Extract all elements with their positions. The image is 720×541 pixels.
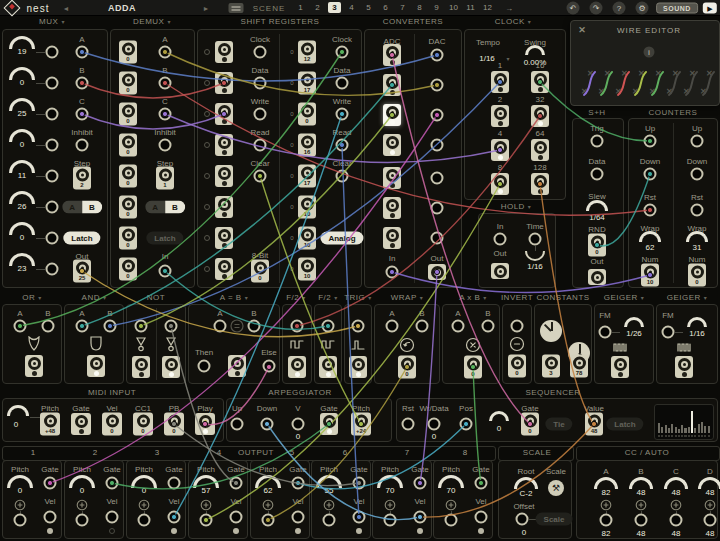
aeb-b-jack[interactable] (248, 320, 261, 333)
demux-output-jack-7[interactable]: 0 (119, 227, 137, 250)
seq-step-bar-15[interactable] (704, 426, 706, 433)
arp-pitch-jack[interactable]: +24 (351, 413, 371, 436)
mux-knob-value[interactable]: 26 (18, 202, 27, 211)
scene-tab-9[interactable]: 9 (428, 3, 445, 12)
demux-output-jack-4[interactable]: 0 (119, 134, 137, 157)
shift-left-bit-jack-3[interactable] (215, 103, 233, 125)
demux-header[interactable]: DEMUX▾ (133, 17, 171, 26)
output-channel-number-8[interactable]: 8 (463, 448, 467, 457)
seq-step-bar-16[interactable] (708, 426, 710, 433)
wire-editor-close-button[interactable]: ✕ (578, 25, 586, 35)
preset-next-button[interactable]: ► (203, 5, 210, 12)
seq-step-bar-8[interactable] (681, 425, 683, 433)
shift-8bit-jack[interactable]: 0 (251, 260, 269, 283)
out2-vel-jack[interactable] (106, 511, 119, 524)
aeb-out-jack[interactable] (228, 355, 246, 377)
wire-slot-2[interactable]: ✕ ✕ (598, 69, 614, 99)
shift-left-bit-jack-5[interactable] (215, 165, 233, 187)
demux-b-jack[interactable] (159, 77, 172, 90)
shift-left-write-jack[interactable] (254, 108, 267, 121)
wrap-b-jack[interactable] (416, 320, 429, 333)
scene-tab-12[interactable]: 12 (479, 3, 496, 12)
geiger1-rate-value[interactable]: 1/26 (626, 329, 642, 338)
arp-v-jack[interactable] (292, 418, 305, 431)
wire-slot-7[interactable]: ✕ ✕ (683, 69, 699, 99)
shift-left-bit-jack-7[interactable] (215, 227, 233, 249)
and-b-jack[interactable] (104, 320, 117, 333)
seq-step-bar-14[interactable] (701, 422, 703, 433)
mux-knob-value[interactable]: 11 (18, 171, 26, 180)
shift-right-bit-jack-5[interactable]: 17 (298, 165, 316, 188)
seq-latch-button[interactable]: Latch (606, 418, 643, 431)
cc-b-knob-value[interactable]: 48 (637, 488, 646, 497)
clock-div-8-jack[interactable] (491, 173, 509, 195)
out6-gate-jack[interactable] (353, 477, 366, 490)
counter1-num-jack[interactable]: 10 (641, 264, 659, 287)
mux-latch-button[interactable]: Latch (63, 232, 100, 245)
demux-c-jack[interactable] (159, 108, 172, 121)
a-times-b-header[interactable]: A x B▾ (459, 293, 487, 302)
midi-vel-jack[interactable]: 0 (102, 413, 122, 436)
out1-pitch-mod-jack[interactable] (14, 514, 27, 527)
demux-output-jack-2[interactable]: 0 (119, 72, 137, 95)
demux-output-jack-3[interactable]: 0 (119, 103, 137, 126)
out5-gate-jack[interactable] (292, 477, 305, 490)
shift-right-bit-jack-2[interactable]: 17 (298, 72, 316, 95)
adc-jack-1[interactable] (383, 44, 401, 66)
demux-ab-toggle[interactable]: AB (145, 201, 185, 214)
and-out-jack[interactable] (87, 355, 105, 377)
seq-step-bar-11[interactable] (691, 411, 693, 433)
seq-step-display[interactable] (654, 404, 714, 440)
seq-step-bar-5[interactable] (671, 424, 673, 433)
chevron-down-icon[interactable]: ▾ (506, 55, 509, 62)
mux-knob-value[interactable]: 19 (18, 47, 27, 56)
f2-a-header[interactable]: F/2▾ (286, 293, 306, 302)
scale-quantize-button[interactable]: Scale (536, 513, 573, 526)
mux-input-jack-7[interactable] (46, 232, 59, 245)
invert-in-jack[interactable] (511, 320, 524, 333)
wire-slot-8[interactable]: ✕ ✕ (700, 69, 716, 99)
counter2-up-jack[interactable] (691, 135, 704, 148)
demux-output-jack-1[interactable]: 0 (119, 41, 137, 64)
demux-output-jack-6[interactable]: 0 (119, 196, 137, 219)
preset-prev-button[interactable]: ◄ (63, 5, 70, 12)
scene-tab-8[interactable]: 8 (411, 3, 428, 12)
sh-slew-value[interactable]: 1/64 (589, 213, 605, 222)
wire-slot-1[interactable]: ✕ ✕ (581, 69, 597, 99)
dac-jack-1[interactable] (431, 49, 444, 62)
midi-pb-jack[interactable]: 0 (164, 413, 184, 436)
mux-a-jack[interactable] (76, 46, 89, 59)
scene-tab-3[interactable]: 3 (328, 2, 341, 13)
mux-input-jack-2[interactable] (46, 77, 59, 90)
shift-left-read-jack[interactable] (254, 139, 267, 152)
not2-in-jack[interactable] (165, 320, 178, 333)
adc-jack-3[interactable] (383, 104, 401, 126)
trig-in-jack[interactable] (352, 320, 365, 333)
shift-right-data-jack[interactable] (336, 77, 349, 90)
out1-pitch-value[interactable]: 0 (18, 486, 22, 495)
cc-c-jack[interactable] (670, 514, 683, 527)
not2-out-jack[interactable] (162, 356, 180, 378)
seq-gate-jack[interactable]: 0 (521, 413, 539, 436)
help-button[interactable]: ? (613, 2, 626, 15)
constant-knob-1[interactable] (540, 320, 562, 342)
mux-knob-value[interactable]: 23 (18, 264, 27, 273)
mux-knob-value[interactable]: 0 (20, 233, 24, 242)
f2b-out-jack[interactable] (319, 356, 337, 378)
out2-pitch-value[interactable]: 0 (80, 486, 84, 495)
ab-option-A[interactable]: A (62, 201, 82, 214)
wire-slot-5[interactable]: ✕ ✕ (649, 69, 665, 99)
and-a-jack[interactable] (76, 320, 89, 333)
demux-in-jack[interactable] (159, 265, 172, 278)
counter1-up-jack[interactable] (644, 135, 657, 148)
mux-input-jack-4[interactable] (46, 139, 59, 152)
output-channel-number-3[interactable]: 3 (155, 448, 159, 457)
scene-tab-5[interactable]: 5 (360, 3, 377, 12)
out2-pitch-mod-jack[interactable] (76, 514, 89, 527)
geiger1-fm-jack[interactable] (599, 326, 612, 339)
a-equals-b-header[interactable]: A = B▾ (220, 293, 248, 302)
out2-gate-jack[interactable] (106, 477, 119, 490)
mux-input-jack-5[interactable] (46, 170, 59, 183)
scene-tab-4[interactable]: 4 (343, 3, 360, 12)
demux-output-jack-5[interactable]: 0 (119, 165, 137, 188)
